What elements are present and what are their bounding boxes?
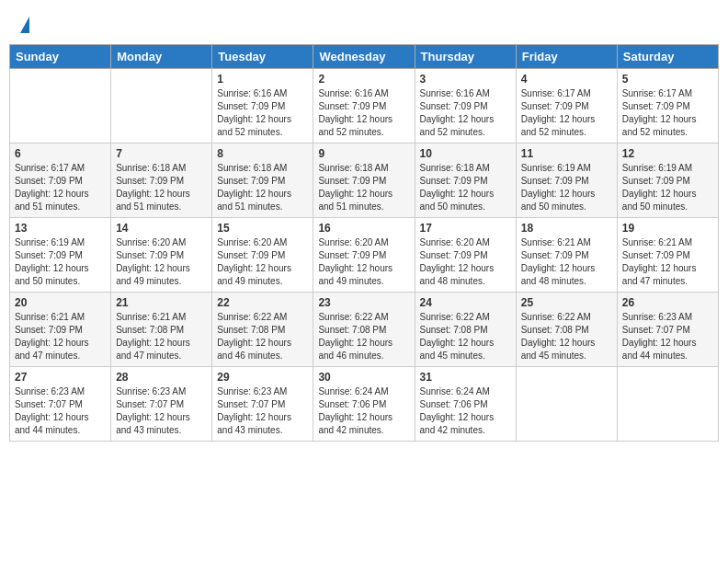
logo xyxy=(18,17,29,35)
day-info: Sunrise: 6:16 AM Sunset: 7:09 PM Dayligh… xyxy=(420,87,511,139)
day-info: Sunrise: 6:20 AM Sunset: 7:09 PM Dayligh… xyxy=(318,236,409,288)
calendar-cell: 9Sunrise: 6:18 AM Sunset: 7:09 PM Daylig… xyxy=(313,144,415,218)
day-number: 10 xyxy=(420,147,511,160)
day-info: Sunrise: 6:23 AM Sunset: 7:07 PM Dayligh… xyxy=(15,385,106,437)
day-number: 9 xyxy=(318,147,409,160)
calendar-cell: 17Sunrise: 6:20 AM Sunset: 7:09 PM Dayli… xyxy=(415,218,516,293)
calendar-cell: 24Sunrise: 6:22 AM Sunset: 7:08 PM Dayli… xyxy=(415,293,516,367)
calendar-cell: 10Sunrise: 6:18 AM Sunset: 7:09 PM Dayli… xyxy=(415,144,516,218)
day-number: 23 xyxy=(318,296,409,309)
calendar-cell: 4Sunrise: 6:17 AM Sunset: 7:09 PM Daylig… xyxy=(516,69,617,144)
day-number: 12 xyxy=(622,147,713,160)
day-info: Sunrise: 6:22 AM Sunset: 7:08 PM Dayligh… xyxy=(217,311,308,362)
day-info: Sunrise: 6:20 AM Sunset: 7:09 PM Dayligh… xyxy=(217,236,308,288)
calendar-cell xyxy=(617,367,718,442)
weekday-header-monday: Monday xyxy=(111,45,212,69)
day-number: 22 xyxy=(217,296,308,309)
weekday-header-row: SundayMondayTuesdayWednesdayThursdayFrid… xyxy=(10,45,719,69)
day-number: 13 xyxy=(15,222,106,235)
weekday-header-friday: Friday xyxy=(516,45,617,69)
weekday-header-saturday: Saturday xyxy=(617,45,718,69)
calendar-cell: 5Sunrise: 6:17 AM Sunset: 7:09 PM Daylig… xyxy=(617,69,718,144)
day-info: Sunrise: 6:21 AM Sunset: 7:09 PM Dayligh… xyxy=(622,236,713,288)
calendar-cell: 13Sunrise: 6:19 AM Sunset: 7:09 PM Dayli… xyxy=(10,218,111,293)
weekday-header-sunday: Sunday xyxy=(10,45,111,69)
day-info: Sunrise: 6:19 AM Sunset: 7:09 PM Dayligh… xyxy=(622,162,713,213)
calendar-week-row: 13Sunrise: 6:19 AM Sunset: 7:09 PM Dayli… xyxy=(10,218,719,293)
day-info: Sunrise: 6:21 AM Sunset: 7:09 PM Dayligh… xyxy=(15,311,106,362)
day-number: 29 xyxy=(217,371,308,384)
calendar-cell: 26Sunrise: 6:23 AM Sunset: 7:07 PM Dayli… xyxy=(617,293,718,367)
calendar-week-row: 20Sunrise: 6:21 AM Sunset: 7:09 PM Dayli… xyxy=(10,293,719,367)
calendar-cell: 6Sunrise: 6:17 AM Sunset: 7:09 PM Daylig… xyxy=(10,144,111,218)
day-info: Sunrise: 6:18 AM Sunset: 7:09 PM Dayligh… xyxy=(318,162,409,213)
day-number: 6 xyxy=(15,147,106,160)
weekday-header-thursday: Thursday xyxy=(415,45,516,69)
calendar-cell: 16Sunrise: 6:20 AM Sunset: 7:09 PM Dayli… xyxy=(313,218,415,293)
day-info: Sunrise: 6:24 AM Sunset: 7:06 PM Dayligh… xyxy=(420,385,511,437)
calendar-cell: 21Sunrise: 6:21 AM Sunset: 7:08 PM Dayli… xyxy=(111,293,212,367)
day-number: 31 xyxy=(420,371,511,384)
day-number: 4 xyxy=(521,73,612,86)
day-number: 17 xyxy=(420,222,511,235)
day-info: Sunrise: 6:19 AM Sunset: 7:09 PM Dayligh… xyxy=(521,162,612,213)
day-number: 7 xyxy=(116,147,207,160)
day-number: 20 xyxy=(15,296,106,309)
calendar-cell: 27Sunrise: 6:23 AM Sunset: 7:07 PM Dayli… xyxy=(10,367,111,442)
day-info: Sunrise: 6:22 AM Sunset: 7:08 PM Dayligh… xyxy=(318,311,409,362)
calendar-cell: 19Sunrise: 6:21 AM Sunset: 7:09 PM Dayli… xyxy=(617,218,718,293)
day-info: Sunrise: 6:22 AM Sunset: 7:08 PM Dayligh… xyxy=(521,311,612,362)
calendar-cell: 23Sunrise: 6:22 AM Sunset: 7:08 PM Dayli… xyxy=(313,293,415,367)
day-info: Sunrise: 6:18 AM Sunset: 7:09 PM Dayligh… xyxy=(116,162,207,213)
calendar-cell: 12Sunrise: 6:19 AM Sunset: 7:09 PM Dayli… xyxy=(617,144,718,218)
calendar-cell: 11Sunrise: 6:19 AM Sunset: 7:09 PM Dayli… xyxy=(516,144,617,218)
day-info: Sunrise: 6:17 AM Sunset: 7:09 PM Dayligh… xyxy=(15,162,106,213)
day-number: 28 xyxy=(116,371,207,384)
day-number: 30 xyxy=(318,371,409,384)
logo-triangle-icon xyxy=(20,17,29,33)
calendar-cell: 31Sunrise: 6:24 AM Sunset: 7:06 PM Dayli… xyxy=(415,367,516,442)
calendar-cell: 30Sunrise: 6:24 AM Sunset: 7:06 PM Dayli… xyxy=(313,367,415,442)
day-info: Sunrise: 6:17 AM Sunset: 7:09 PM Dayligh… xyxy=(622,87,713,139)
day-number: 27 xyxy=(15,371,106,384)
day-number: 1 xyxy=(217,73,308,86)
day-number: 24 xyxy=(420,296,511,309)
calendar-cell: 14Sunrise: 6:20 AM Sunset: 7:09 PM Dayli… xyxy=(111,218,212,293)
calendar-cell xyxy=(111,69,212,144)
calendar-cell: 2Sunrise: 6:16 AM Sunset: 7:09 PM Daylig… xyxy=(313,69,415,144)
day-info: Sunrise: 6:18 AM Sunset: 7:09 PM Dayligh… xyxy=(420,162,511,213)
calendar-week-row: 6Sunrise: 6:17 AM Sunset: 7:09 PM Daylig… xyxy=(10,144,719,218)
calendar-cell: 3Sunrise: 6:16 AM Sunset: 7:09 PM Daylig… xyxy=(415,69,516,144)
calendar-cell: 7Sunrise: 6:18 AM Sunset: 7:09 PM Daylig… xyxy=(111,144,212,218)
day-number: 3 xyxy=(420,73,511,86)
calendar-cell: 20Sunrise: 6:21 AM Sunset: 7:09 PM Dayli… xyxy=(10,293,111,367)
day-number: 25 xyxy=(521,296,612,309)
weekday-header-tuesday: Tuesday xyxy=(212,45,313,69)
day-number: 21 xyxy=(116,296,207,309)
calendar-cell: 18Sunrise: 6:21 AM Sunset: 7:09 PM Dayli… xyxy=(516,218,617,293)
day-info: Sunrise: 6:23 AM Sunset: 7:07 PM Dayligh… xyxy=(217,385,308,437)
calendar-cell xyxy=(516,367,617,442)
day-info: Sunrise: 6:22 AM Sunset: 7:08 PM Dayligh… xyxy=(420,311,511,362)
day-info: Sunrise: 6:16 AM Sunset: 7:09 PM Dayligh… xyxy=(318,87,409,139)
day-number: 19 xyxy=(622,222,713,235)
day-number: 11 xyxy=(521,147,612,160)
calendar-cell xyxy=(10,69,111,144)
calendar-week-row: 1Sunrise: 6:16 AM Sunset: 7:09 PM Daylig… xyxy=(10,69,719,144)
weekday-header-wednesday: Wednesday xyxy=(313,45,415,69)
calendar-cell: 29Sunrise: 6:23 AM Sunset: 7:07 PM Dayli… xyxy=(212,367,313,442)
day-info: Sunrise: 6:21 AM Sunset: 7:09 PM Dayligh… xyxy=(521,236,612,288)
calendar-cell: 22Sunrise: 6:22 AM Sunset: 7:08 PM Dayli… xyxy=(212,293,313,367)
day-number: 16 xyxy=(318,222,409,235)
calendar-cell: 28Sunrise: 6:23 AM Sunset: 7:07 PM Dayli… xyxy=(111,367,212,442)
calendar-table: SundayMondayTuesdayWednesdayThursdayFrid… xyxy=(9,44,719,442)
day-number: 18 xyxy=(521,222,612,235)
calendar-cell: 25Sunrise: 6:22 AM Sunset: 7:08 PM Dayli… xyxy=(516,293,617,367)
day-info: Sunrise: 6:24 AM Sunset: 7:06 PM Dayligh… xyxy=(318,385,409,437)
day-number: 5 xyxy=(622,73,713,86)
day-number: 8 xyxy=(217,147,308,160)
day-info: Sunrise: 6:16 AM Sunset: 7:09 PM Dayligh… xyxy=(217,87,308,139)
page-header xyxy=(9,9,719,40)
day-info: Sunrise: 6:19 AM Sunset: 7:09 PM Dayligh… xyxy=(15,236,106,288)
calendar-cell: 1Sunrise: 6:16 AM Sunset: 7:09 PM Daylig… xyxy=(212,69,313,144)
